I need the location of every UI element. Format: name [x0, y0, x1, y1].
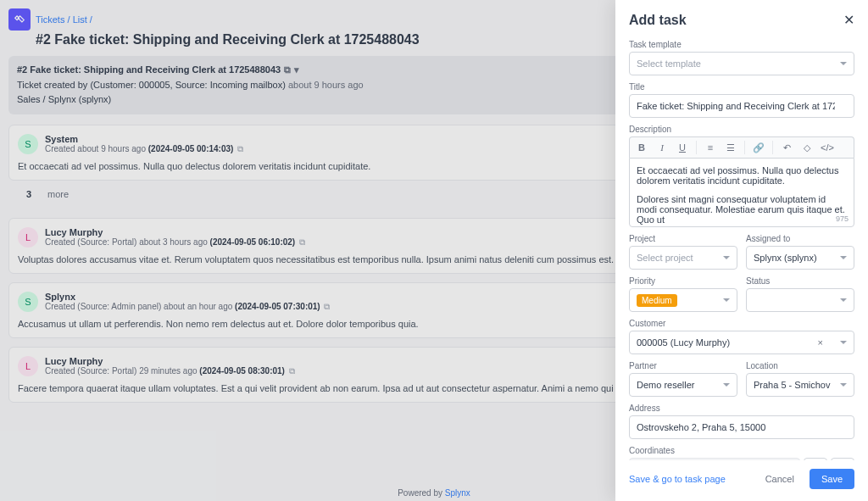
add-task-panel: Add task ✕ Task template Select template… — [615, 0, 868, 501]
label-location: Location — [746, 361, 854, 370]
chevron-down-icon — [723, 298, 730, 302]
label-assigned: Assigned to — [746, 234, 854, 243]
description-editor[interactable]: Et occaecati ad vel possimus. Nulla quo … — [629, 158, 854, 227]
chevron-down-icon — [840, 383, 847, 387]
location-select[interactable]: Praha 5 - Smichov — [746, 373, 854, 397]
chevron-down-icon — [840, 62, 847, 65]
label-partner: Partner — [629, 361, 737, 370]
label-template: Task template — [629, 40, 854, 49]
chevron-down-icon — [840, 298, 847, 302]
chevron-down-icon — [840, 341, 847, 344]
save-button[interactable]: Save — [810, 469, 854, 489]
customer-select[interactable]: 000005 (Lucy Murphy)× — [629, 331, 854, 354]
chevron-down-icon — [840, 256, 847, 259]
eraser-icon[interactable]: ◇ — [800, 142, 814, 153]
close-icon[interactable]: ✕ — [843, 12, 854, 28]
chevron-down-icon — [723, 256, 730, 259]
editor-toolbar: B I U ≡ ☰ 🔗 ↶ ◇ </> — [629, 136, 854, 158]
assigned-select[interactable]: Splynx (splynx) — [746, 246, 854, 270]
address-input[interactable] — [629, 415, 854, 439]
label-project: Project — [629, 234, 737, 243]
partner-select[interactable]: Demo reseller — [629, 373, 737, 397]
list-unordered-icon[interactable]: ☰ — [724, 142, 737, 153]
status-select[interactable] — [746, 288, 854, 312]
panel-title: Add task — [629, 13, 687, 28]
priority-badge: Medium — [637, 294, 677, 307]
save-goto-link[interactable]: Save & go to task page — [629, 474, 726, 484]
label-title: Title — [629, 82, 854, 92]
priority-select[interactable]: Medium — [629, 288, 737, 312]
list-ordered-icon[interactable]: ≡ — [704, 142, 717, 153]
label-description: Description — [629, 125, 854, 134]
title-input[interactable] — [629, 94, 854, 118]
clear-icon[interactable]: × — [818, 337, 823, 348]
label-coordinates: Coordinates — [629, 446, 854, 455]
char-counter: 975 — [836, 214, 849, 223]
template-select[interactable]: Select template — [629, 52, 854, 75]
label-customer: Customer — [629, 319, 854, 328]
code-icon[interactable]: </> — [821, 142, 834, 153]
chevron-down-icon — [723, 383, 730, 387]
label-status: Status — [746, 276, 854, 286]
underline-icon[interactable]: U — [676, 142, 689, 153]
project-select[interactable]: Select project — [629, 246, 737, 270]
label-priority: Priority — [629, 276, 737, 286]
cancel-button[interactable]: Cancel — [757, 469, 803, 489]
label-address: Address — [629, 404, 854, 413]
link-icon[interactable]: 🔗 — [752, 142, 765, 153]
bold-icon[interactable]: B — [635, 142, 648, 153]
undo-icon[interactable]: ↶ — [780, 142, 793, 153]
italic-icon[interactable]: I — [655, 142, 669, 153]
